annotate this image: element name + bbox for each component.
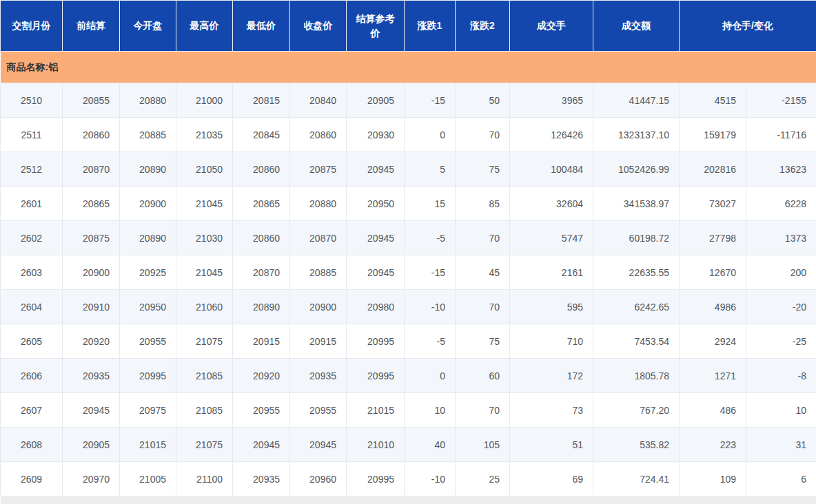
table-cell: 6242.65	[593, 290, 680, 324]
table-cell: 5747	[510, 221, 593, 255]
table-cell: 2510	[1, 83, 63, 118]
table-cell: 70	[456, 221, 510, 255]
table-cell: 20950	[120, 290, 176, 324]
table-cell: 73027	[680, 187, 746, 221]
table-cell: 20995	[347, 462, 405, 496]
table-cell: 20975	[120, 393, 176, 428]
table-cell: 2924	[680, 324, 746, 359]
table-cell: 20925	[120, 255, 176, 290]
table-cell: 1323137.10	[593, 118, 680, 152]
table-cell: 20875	[290, 152, 347, 187]
table-cell: 20875	[63, 221, 120, 255]
table-cell: -10	[405, 290, 456, 324]
table-cell: 22635.55	[593, 255, 680, 290]
subtotal-turnover: 2858913.86	[593, 496, 680, 504]
table-cell: 2601	[1, 187, 63, 221]
commodity-name-row: 商品名称:铝	[1, 52, 816, 83]
table-cell: -2155	[746, 83, 816, 118]
table-cell: 20945	[347, 152, 405, 187]
table-cell: 20905	[347, 83, 405, 118]
table-cell: 20945	[347, 221, 405, 255]
table-cell: 20860	[63, 118, 120, 152]
subtotal-volume: 273057	[510, 496, 593, 504]
table-cell: 2609	[1, 462, 63, 496]
commodity-name-label: 商品名称:铝	[1, 52, 816, 83]
table-cell: 2602	[1, 221, 63, 255]
futures-quote-table: 交割月份 前结算 今开盘 最高价 最低价 收盘价 结算参考价 涨跌1 涨跌2 成…	[0, 0, 816, 504]
table-cell: 20910	[63, 290, 120, 324]
table-cell: 20845	[233, 118, 290, 152]
table-cell: -11716	[746, 118, 816, 152]
table-cell: 21045	[176, 187, 233, 221]
table-row: 2602208752089021030208602087020945-57057…	[1, 221, 816, 255]
table-cell: 21035	[176, 118, 233, 152]
table-cell: -5	[405, 324, 456, 359]
table-cell: 4986	[680, 290, 746, 324]
table-cell: 20900	[120, 187, 176, 221]
subtotal-spacer	[63, 496, 510, 504]
table-cell: 21005	[120, 462, 176, 496]
table-cell: 21085	[176, 393, 233, 428]
futures-quotes-page: 交割月份 前结算 今开盘 最高价 最低价 收盘价 结算参考价 涨跌1 涨跌2 成…	[0, 0, 816, 504]
table-cell: 5	[405, 152, 456, 187]
table-cell: 20995	[347, 324, 405, 359]
table-cell: 20870	[290, 221, 347, 255]
table-cell: 126426	[510, 118, 593, 152]
table-cell: 4515	[680, 83, 746, 118]
table-cell: 535.82	[593, 428, 680, 462]
table-cell: 200	[746, 255, 816, 290]
table-cell: 20890	[120, 152, 176, 187]
table-row: 2603209002092521045208702088520945-15452…	[1, 255, 816, 290]
table-cell: 710	[510, 324, 593, 359]
table-cell: 20860	[233, 221, 290, 255]
table-cell: 20880	[290, 187, 347, 221]
col-header-change1: 涨跌1	[405, 1, 456, 52]
table-cell: -15	[405, 83, 456, 118]
table-cell: 595	[510, 290, 593, 324]
table-cell: 21085	[176, 359, 233, 393]
table-cell: 20870	[233, 255, 290, 290]
table-cell: 21100	[176, 462, 233, 496]
table-cell: 724.41	[593, 462, 680, 496]
table-cell: 21075	[176, 324, 233, 359]
table-cell: 2604	[1, 290, 63, 324]
table-cell: 12670	[680, 255, 746, 290]
table-cell: -25	[746, 324, 816, 359]
table-cell: 75	[456, 324, 510, 359]
table-cell: 159179	[680, 118, 746, 152]
table-cell: -10	[405, 462, 456, 496]
table-cell: 25	[456, 462, 510, 496]
table-cell: 21015	[120, 428, 176, 462]
table-cell: 1805.78	[593, 359, 680, 393]
table-row: 2608209052101521075209452094521010401055…	[1, 428, 816, 462]
table-cell: 20865	[63, 187, 120, 221]
table-cell: 20890	[233, 290, 290, 324]
table-cell: 20930	[347, 118, 405, 152]
table-cell: 767.20	[593, 393, 680, 428]
table-cell: 51	[510, 428, 593, 462]
table-cell: 100484	[510, 152, 593, 187]
table-row: 2605209202095521075209152091520995-57571…	[1, 324, 816, 359]
table-cell: 10	[405, 393, 456, 428]
table-cell: 2605	[1, 324, 63, 359]
table-cell: 20885	[290, 255, 347, 290]
subtotal-row: 小计 273057 2858913.86 490004 7547	[1, 496, 816, 504]
table-cell: -15	[405, 255, 456, 290]
table-cell: 41447.15	[593, 83, 680, 118]
table-cell: 85	[456, 187, 510, 221]
table-cell: -20	[746, 290, 816, 324]
table-cell: 45	[456, 255, 510, 290]
table-cell: 20960	[290, 462, 347, 496]
table-cell: 1271	[680, 359, 746, 393]
col-header-open-interest-change: 持仓手/变化	[680, 1, 816, 52]
table-cell: 109	[680, 462, 746, 496]
table-cell: 20955	[233, 393, 290, 428]
table-cell: 20880	[120, 83, 176, 118]
table-cell: 1052426.99	[593, 152, 680, 187]
table-cell: 32604	[510, 187, 593, 221]
header-row: 交割月份 前结算 今开盘 最高价 最低价 收盘价 结算参考价 涨跌1 涨跌2 成…	[1, 1, 816, 52]
col-header-volume: 成交手	[510, 1, 593, 52]
col-header-high: 最高价	[176, 1, 233, 52]
table-cell: 1373	[746, 221, 816, 255]
table-cell: 21060	[176, 290, 233, 324]
